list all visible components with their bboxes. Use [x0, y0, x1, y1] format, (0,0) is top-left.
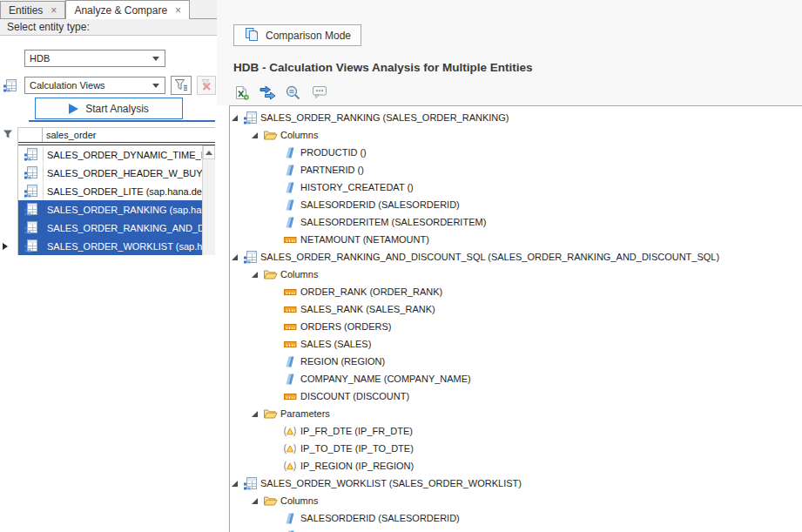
entity-grid: sales_order SALES_ORDER_DYNAMIC_TIME_PER… [17, 127, 215, 255]
chevron-down-icon[interactable] [152, 57, 159, 61]
attribute-icon [282, 216, 298, 229]
expander-icon[interactable] [252, 272, 262, 278]
list-item-label: SALES_ORDER_RANKING_AND_DISC [43, 219, 202, 237]
tree-node[interactable]: SALES_ORDER_WORKLIST (SALES_ORDER_WORKLI… [230, 475, 802, 492]
zoom-icon[interactable] [284, 84, 303, 101]
tree-node[interactable]: Columns [230, 492, 802, 509]
attribute-icon [282, 146, 298, 159]
filter-row-icon-cell[interactable] [18, 128, 43, 142]
tree-node[interactable]: Parameters [230, 405, 802, 422]
tree-node[interactable]: SALES_RANK (SALES_RANK) [230, 300, 802, 318]
parameter-icon [282, 460, 298, 473]
tree-node[interactable]: Columns [230, 266, 802, 283]
expander-icon[interactable] [252, 498, 262, 504]
tree-node-label: SALESORDERID (SALESORDERID) [300, 509, 460, 527]
calcview-icon [18, 239, 43, 253]
tree-node-label: SALESORDERITEM (SALESORDERITEM) [300, 213, 486, 231]
tree-node[interactable]: IP_REGION (IP_REGION) [230, 457, 802, 475]
tree-node[interactable]: ORDER_RANK (ORDER_RANK) [230, 283, 802, 300]
list-item-label: SALES_ORDER_WORKLIST (sap.hana [43, 238, 202, 255]
tree-node[interactable]: SALES (SALES) [230, 335, 802, 353]
measure-icon [282, 320, 298, 333]
arrow-up-icon [206, 151, 212, 155]
tree-node[interactable]: DISCOUNT (DISCOUNT) [230, 387, 802, 405]
scroll-up-button[interactable] [203, 145, 215, 159]
expander-icon[interactable] [232, 115, 242, 121]
grid-filter-row[interactable]: sales_order [18, 127, 215, 142]
tree-node-label: Parameters [280, 405, 330, 422]
close-icon[interactable]: × [175, 6, 181, 15]
tree-node[interactable]: SALES_ORDER_RANKING (SALES_ORDER_RANKING… [230, 109, 802, 126]
entity-type-dropdown[interactable]: HDB [24, 50, 165, 67]
folder-icon [262, 494, 278, 508]
attribute-icon [282, 373, 298, 386]
folder-icon [262, 267, 278, 281]
list-item[interactable]: SALES_ORDER_LITE (sap.hana.demo [18, 182, 202, 200]
tree-node-label: Columns [280, 126, 318, 144]
tree-node[interactable]: PARTNERID () [230, 161, 802, 178]
tree-node-label: Columns [280, 266, 318, 283]
tree-node[interactable]: SALESORDERID (SALESORDERID) [230, 196, 802, 213]
tree-node[interactable]: COMPANY_NAME (COMPANY_NAME) [230, 370, 802, 387]
analysis-tree: SALES_ORDER_RANKING (SALES_ORDER_RANKING… [229, 105, 802, 532]
chevron-down-icon[interactable] [152, 84, 159, 88]
tree-node-label: HISTORY_CREATEDAT () [300, 178, 414, 196]
measure-icon [282, 286, 298, 299]
expander-icon[interactable] [232, 481, 242, 487]
comment-icon[interactable] [310, 84, 329, 101]
comparison-mode-button[interactable]: Comparison Mode [233, 24, 361, 46]
tab-entities[interactable]: Entities × [0, 1, 65, 18]
tab-entities-label: Entities [9, 4, 43, 17]
copy-pages-icon [244, 27, 259, 44]
close-icon[interactable]: × [51, 6, 57, 15]
attribute-icon [282, 199, 298, 212]
calcview-icon [18, 202, 43, 217]
tree-node[interactable]: HISTORY_CREATEDAT () [230, 178, 802, 196]
filter-button[interactable] [171, 76, 192, 95]
grid-focus-line [29, 120, 215, 122]
measure-icon [282, 303, 298, 316]
list-item[interactable]: SALES_ORDER_RANKING_AND_DISC [18, 219, 202, 237]
filter-row-input[interactable]: sales_order [43, 128, 215, 142]
list-item-label: SALES_ORDER_LITE (sap.hana.demo [43, 183, 202, 200]
tree-node[interactable]: SALESORDERITEM (SALESORDERITEM) [230, 213, 802, 231]
play-icon [69, 104, 78, 114]
tree-node[interactable]: IP_FR_DTE (IP_FR_DTE) [230, 422, 802, 440]
tree-node[interactable]: ORDERS (ORDERS) [230, 318, 802, 335]
calcview-icon [242, 476, 258, 491]
tree-node-label: SALES (SALES) [300, 335, 371, 353]
calcview-icon [242, 111, 258, 125]
tree-node[interactable]: SALES_ORDER_RANKING_AND_DISCOUNT_SQL (SA… [230, 248, 802, 266]
tree-node[interactable]: Columns [230, 126, 802, 144]
view-type-dropdown[interactable]: Calculation Views [24, 77, 165, 94]
list-item[interactable]: SALES_ORDER_RANKING (sap.hana. [18, 200, 202, 219]
tree-node[interactable]: NETAMOUNT (NETAMOUNT) [230, 231, 802, 248]
application-window: Entities × Analyze & Compare × Select en… [0, 0, 802, 532]
list-item[interactable]: SALES_ORDER_HEADER_W_BUYER ( [18, 164, 202, 182]
tab-analyze-compare[interactable]: Analyze & Compare × [65, 0, 190, 19]
tree-node[interactable]: PRODUCTID () [230, 144, 802, 161]
vertical-scrollbar[interactable] [202, 145, 215, 255]
expander-icon[interactable] [252, 132, 262, 138]
tree-node-label: Columns [280, 492, 318, 509]
start-analysis-label: Start Analysis [85, 103, 149, 115]
expander-icon[interactable] [232, 254, 242, 260]
tree-node[interactable]: SALESORDERID (SALESORDERID) [230, 509, 802, 527]
calcview-icon [3, 78, 17, 93]
folder-icon [262, 128, 278, 142]
tree-node[interactable]: IP_TO_DTE (IP_TO_DTE) [230, 440, 802, 457]
tree-node-label: PARTNERID () [300, 161, 364, 178]
start-analysis-button[interactable]: Start Analysis [35, 98, 183, 119]
list-item[interactable]: SALES_ORDER_WORKLIST (sap.hana [18, 237, 202, 255]
tree-node[interactable]: PARTNERID (PARTNER_PARTNERID) [230, 527, 802, 532]
list-item[interactable]: SALES_ORDER_DYNAMIC_TIME_PERI [18, 145, 202, 164]
compare-arrows-icon[interactable] [258, 84, 277, 101]
export-excel-icon[interactable] [232, 84, 251, 101]
measure-icon [282, 390, 298, 403]
entity-type-value: HDB [30, 53, 50, 64]
tree-node[interactable]: REGION (REGION) [230, 353, 802, 370]
clear-filter-button[interactable] [197, 76, 216, 95]
calcview-icon [18, 165, 43, 180]
expander-icon[interactable] [252, 411, 262, 417]
funnel-icon[interactable] [3, 129, 13, 141]
